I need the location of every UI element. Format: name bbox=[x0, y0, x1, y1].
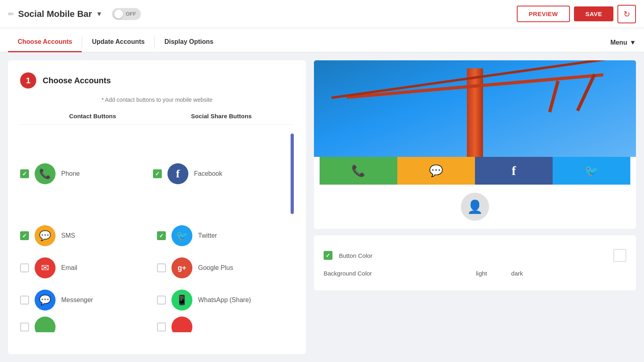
tab-choose-accounts[interactable]: Choose Accounts bbox=[8, 33, 82, 52]
title-group: ✏ Social Mobile Bar ▼ OFF bbox=[8, 8, 517, 20]
light-label: light bbox=[372, 270, 499, 277]
refresh-button[interactable]: ↻ bbox=[617, 5, 636, 23]
toggle-knob bbox=[114, 10, 123, 19]
avatar-icon: 👤 bbox=[467, 199, 483, 214]
whatsapp-label: WhatsApp (Share) bbox=[198, 296, 251, 304]
tab-display-options[interactable]: Display Options bbox=[155, 33, 223, 52]
button-color-row: Button Color bbox=[324, 245, 626, 266]
button-color-swatch[interactable] bbox=[613, 249, 626, 262]
section-title: Choose Accounts bbox=[43, 76, 111, 85]
preview-sms-icon: 💬 bbox=[429, 164, 443, 177]
contact-col-header: Contact Buttons bbox=[28, 113, 157, 119]
preview-button[interactable]: PREVIEW bbox=[517, 6, 570, 22]
phone-label: Phone bbox=[61, 170, 80, 177]
header-actions: PREVIEW SAVE ↻ bbox=[517, 5, 636, 23]
contact-email: ✉ Email bbox=[20, 257, 157, 278]
button-color-checkbox[interactable] bbox=[324, 251, 332, 260]
preview-sms-btn: 💬 bbox=[397, 156, 475, 185]
messenger-checkbox[interactable] bbox=[20, 296, 29, 304]
background-color-label: Background Color bbox=[324, 270, 372, 277]
social-whatsapp: 📱 WhatsApp (Share) bbox=[157, 290, 294, 311]
refresh-icon: ↻ bbox=[623, 9, 630, 19]
email-icon: ✉ bbox=[35, 257, 56, 278]
extra-social-icon bbox=[171, 317, 192, 332]
left-panel: 1 Choose Accounts * Add contact buttons … bbox=[8, 60, 306, 354]
contact-extra bbox=[20, 317, 157, 332]
table-row: ✉ Email g+ Google Plus bbox=[20, 252, 294, 284]
table-row bbox=[20, 316, 294, 332]
app-header: ✏ Social Mobile Bar ▼ OFF PREVIEW SAVE ↻ bbox=[0, 0, 644, 28]
social-twitter: 🐦 Twitter bbox=[157, 225, 294, 246]
extra-contact-icon bbox=[35, 317, 56, 332]
save-button[interactable]: SAVE bbox=[574, 6, 613, 21]
contact-sms: 💬 SMS bbox=[20, 225, 157, 246]
bridge-tower bbox=[467, 68, 483, 157]
preview-phone-btn: 📞 bbox=[320, 156, 397, 185]
facebook-label: Facebook bbox=[194, 170, 222, 177]
preview-facebook-icon: f bbox=[512, 163, 516, 178]
social-googleplus: g+ Google Plus bbox=[157, 257, 294, 278]
accounts-list: 📞 Phone f Facebook 💬 SMS bbox=[20, 124, 294, 332]
social-facebook: f Facebook bbox=[153, 163, 286, 184]
facebook-icon: f bbox=[167, 163, 188, 184]
scroll-bar[interactable] bbox=[291, 134, 294, 214]
facebook-checkbox[interactable] bbox=[153, 169, 162, 178]
app-title: Social Mobile Bar bbox=[18, 9, 92, 19]
table-row: 💬 SMS 🐦 Twitter bbox=[20, 220, 294, 252]
step-badge: 1 bbox=[20, 72, 36, 88]
columns-header: Contact Buttons Social Share Buttons bbox=[20, 113, 294, 119]
toggle-switch[interactable]: OFF bbox=[112, 8, 141, 20]
whatsapp-icon: 📱 bbox=[171, 290, 192, 311]
preview-image bbox=[314, 60, 636, 157]
tab-bar: Choose Accounts Update Accounts Display … bbox=[0, 28, 644, 52]
twitter-checkbox[interactable] bbox=[157, 231, 166, 240]
social-extra bbox=[157, 317, 294, 332]
messenger-icon: 💬 bbox=[35, 290, 56, 311]
contact-messenger: 💬 Messenger bbox=[20, 290, 157, 311]
right-panel: 📞 💬 f 🐦 👤 bbox=[306, 60, 636, 354]
avatar-area: 👤 bbox=[314, 185, 636, 221]
preview-twitter-btn: 🐦 bbox=[553, 156, 630, 185]
table-row: 📞 Phone f Facebook bbox=[20, 128, 294, 220]
preview-twitter-icon: 🐦 bbox=[584, 164, 599, 177]
whatsapp-checkbox[interactable] bbox=[157, 296, 166, 304]
sms-label: SMS bbox=[61, 232, 75, 239]
bottom-options-card: Button Color Background Color light dark bbox=[314, 235, 636, 290]
social-col-header: Social Share Buttons bbox=[157, 113, 286, 119]
main-content: 1 Choose Accounts * Add contact buttons … bbox=[0, 52, 644, 362]
preview-facebook-btn: f bbox=[475, 156, 553, 185]
section-subtitle: * Add contact buttons to your mobile web… bbox=[20, 97, 294, 103]
menu-label: Menu bbox=[610, 39, 627, 46]
twitter-icon: 🐦 bbox=[171, 225, 192, 246]
menu-chevron-icon: ▼ bbox=[630, 39, 636, 46]
menu-button[interactable]: Menu ▼ bbox=[610, 39, 636, 52]
phone-checkbox[interactable] bbox=[20, 169, 29, 178]
edit-icon[interactable]: ✏ bbox=[8, 10, 14, 19]
button-color-label: Button Color bbox=[339, 252, 607, 259]
sms-checkbox[interactable] bbox=[20, 231, 29, 240]
title-dropdown-icon[interactable]: ▼ bbox=[96, 10, 102, 18]
googleplus-icon: g+ bbox=[171, 257, 192, 278]
messenger-label: Messenger bbox=[61, 296, 93, 304]
preview-card: 📞 💬 f 🐦 👤 bbox=[314, 60, 636, 229]
phone-icon: 📞 bbox=[35, 163, 56, 184]
tab-update-accounts[interactable]: Update Accounts bbox=[82, 33, 154, 52]
email-checkbox[interactable] bbox=[20, 263, 29, 272]
preview-phone-icon: 📞 bbox=[351, 164, 365, 177]
googleplus-label: Google Plus bbox=[198, 264, 233, 272]
dark-label: dark bbox=[499, 270, 626, 277]
table-row: 💬 Messenger 📱 WhatsApp (Share) bbox=[20, 284, 294, 316]
avatar: 👤 bbox=[461, 193, 489, 221]
toggle-label: OFF bbox=[126, 11, 136, 17]
sms-icon: 💬 bbox=[35, 225, 56, 246]
extra-checkbox[interactable] bbox=[20, 323, 29, 331]
background-color-row: Background Color light dark bbox=[324, 266, 626, 281]
contact-phone: 📞 Phone bbox=[20, 163, 153, 184]
extra-social-checkbox[interactable] bbox=[157, 323, 166, 331]
section-header: 1 Choose Accounts bbox=[20, 72, 294, 88]
twitter-label: Twitter bbox=[198, 232, 217, 239]
email-label: Email bbox=[61, 264, 77, 272]
preview-buttons-bar: 📞 💬 f 🐦 bbox=[314, 156, 636, 185]
googleplus-checkbox[interactable] bbox=[157, 263, 166, 272]
